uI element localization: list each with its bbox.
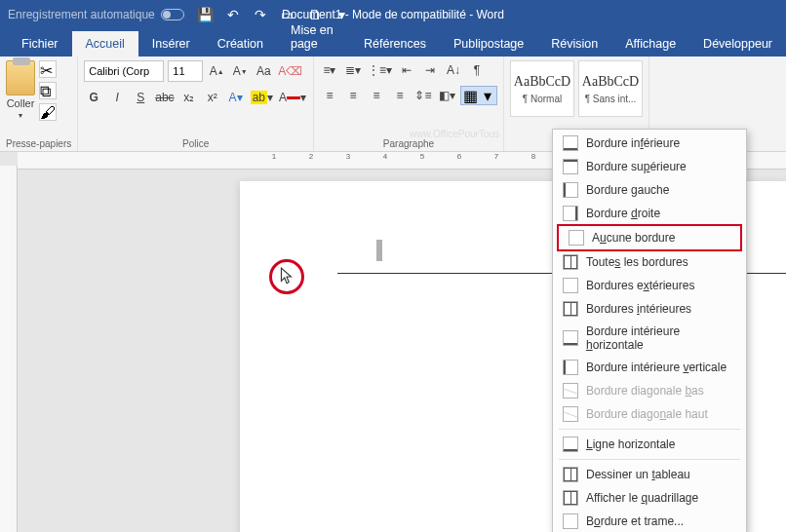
toggle-switch[interactable]	[161, 9, 184, 20]
border-menu-outside[interactable]: Bordures extérieures	[553, 274, 746, 297]
ruler-tick: 6	[441, 152, 478, 161]
tab-affichage[interactable]: Affichage	[611, 31, 689, 57]
border-menu-in-h[interactable]: Bordure intérieure horizontale	[553, 321, 746, 356]
font-color-icon[interactable]: A▾	[278, 88, 307, 107]
ruler-vertical[interactable]	[0, 166, 18, 532]
border-menu-top[interactable]: Bordure supérieure	[553, 155, 746, 178]
border-menu-in-v[interactable]: Bordure intérieure verticale	[553, 356, 746, 379]
undo-icon[interactable]: ↶	[225, 7, 241, 22]
paste-icon	[6, 60, 35, 95]
ruler-tick: 8	[515, 152, 552, 161]
menu-item-label: Aucune bordure	[592, 231, 675, 245]
menu-item-label: Bordures extérieures	[586, 279, 694, 292]
border-menu-bottom[interactable]: Bordure inférieure	[553, 132, 746, 155]
superscript-button[interactable]: x²	[203, 88, 222, 107]
border-type-icon	[563, 437, 578, 452]
line-spacing-icon[interactable]: ⇕≡	[413, 86, 433, 105]
tab-creation[interactable]: Création	[204, 31, 277, 57]
group-font: A▲ A▼ Aa A⌫ G I S abc x₂ x² A▾ ab▾ A▾ Po…	[78, 57, 314, 151]
font-size-select[interactable]	[168, 60, 203, 82]
clear-format-icon[interactable]: A⌫	[277, 61, 303, 81]
border-menu-options[interactable]: Bordure et trame...	[553, 510, 746, 532]
autosave-label: Enregistrement automatique	[8, 8, 155, 21]
shrink-font-icon[interactable]: A▼	[230, 61, 250, 81]
border-menu-grid[interactable]: Afficher le quadrillage	[553, 486, 746, 510]
paste-button[interactable]: Coller ▾	[6, 60, 35, 136]
ruler-tick: 5	[404, 152, 441, 161]
menu-item-label: Bordure supérieure	[586, 160, 687, 173]
ruler-tick: 1	[255, 152, 293, 161]
highlight-icon[interactable]: ab▾	[250, 88, 274, 107]
font-name-select[interactable]	[84, 60, 164, 82]
italic-button[interactable]: I	[107, 88, 127, 107]
sort-icon[interactable]: A↓	[444, 60, 463, 80]
strike-button[interactable]: abc	[154, 88, 175, 107]
border-menu-diag-up: Bordure diagonale haut	[553, 402, 746, 426]
style-label: ¶ Sans int...	[585, 94, 637, 104]
border-menu-all[interactable]: Toutes les bordures	[553, 250, 746, 274]
border-menu-left[interactable]: Bordure gauche	[553, 178, 746, 202]
align-right-icon[interactable]: ≡	[367, 86, 386, 105]
menu-item-label: Bordure et trame...	[586, 514, 684, 528]
border-menu-inside[interactable]: Bordures intérieures	[553, 297, 746, 321]
show-marks-icon[interactable]: ¶	[467, 60, 487, 80]
subscript-button[interactable]: x₂	[179, 88, 199, 107]
tab-accueil[interactable]: Accueil	[72, 31, 138, 57]
border-type-icon	[563, 513, 578, 529]
align-center-icon[interactable]: ≡	[343, 86, 363, 105]
tab-inserer[interactable]: Insérer	[138, 31, 204, 57]
tab-developpeur[interactable]: Développeur	[689, 31, 786, 57]
border-type-icon	[563, 360, 578, 375]
justify-icon[interactable]: ≡	[390, 86, 410, 105]
bullets-icon[interactable]: ≡▾	[320, 60, 339, 80]
text-effects-icon[interactable]: A▾	[226, 88, 246, 107]
bold-button[interactable]: G	[84, 88, 103, 107]
border-menu-hr[interactable]: Ligne horizontale	[553, 433, 746, 456]
multilevel-icon[interactable]: ⋮≡▾	[367, 60, 393, 80]
underline-button[interactable]: S	[131, 88, 150, 107]
menu-item-label: Bordure droite	[586, 207, 660, 220]
border-menu-right[interactable]: Bordure droite	[553, 202, 746, 225]
border-type-icon	[563, 159, 578, 174]
change-case-icon[interactable]: Aa	[254, 61, 273, 81]
border-type-icon	[563, 383, 578, 399]
grow-font-icon[interactable]: A▲	[207, 61, 226, 81]
tab-references[interactable]: Références	[350, 31, 440, 57]
group-clipboard: Coller ▾ ✂ ⧉ 🖌 Presse-papiers	[0, 57, 78, 151]
border-menu-diag-down: Bordure diagonale bas	[553, 379, 746, 402]
tab-revision[interactable]: Révision	[537, 31, 611, 57]
shading-icon[interactable]: ◧▾	[437, 86, 456, 105]
window-title: Document1 - Mode de compatibilité - Word	[282, 8, 504, 21]
cut-icon[interactable]: ✂	[39, 60, 57, 78]
tab-fichier[interactable]: Fichier	[8, 31, 72, 57]
style-normal[interactable]: AaBbCcD ¶ Normal	[510, 60, 574, 117]
mouse-pointer-annotation	[269, 259, 304, 294]
outdent-icon[interactable]: ⇤	[397, 60, 416, 80]
indent-icon[interactable]: ⇥	[420, 60, 440, 80]
border-menu-draw[interactable]: Dessiner un tableau	[553, 463, 746, 486]
numbering-icon[interactable]: ≣▾	[343, 60, 363, 80]
ruler-tick: 3	[330, 152, 367, 161]
redo-icon[interactable]: ↷	[253, 7, 268, 22]
tab-mise-en-page[interactable]: Mise en page	[277, 18, 350, 57]
border-type-icon	[563, 254, 578, 270]
autosave-toggle[interactable]: Enregistrement automatique	[8, 8, 184, 21]
style-no-spacing[interactable]: AaBbCcD ¶ Sans int...	[578, 60, 643, 117]
border-type-icon	[563, 182, 578, 198]
save-icon[interactable]: 💾	[198, 7, 214, 22]
borders-dropdown-menu: Bordure inférieureBordure supérieureBord…	[552, 129, 747, 532]
align-left-icon[interactable]: ≡	[320, 86, 339, 105]
menu-item-label: Bordure diagonale haut	[586, 407, 708, 421]
tab-publipostage[interactable]: Publipostage	[440, 31, 537, 57]
copy-icon[interactable]: ⧉	[39, 82, 57, 99]
menu-separator	[559, 459, 740, 460]
menu-item-label: Ligne horizontale	[586, 437, 675, 451]
borders-icon[interactable]: ▦	[461, 87, 479, 104]
format-painter-icon[interactable]: 🖌	[39, 103, 57, 121]
menu-item-label: Bordures intérieures	[586, 302, 691, 316]
borders-split-button[interactable]: ▦ ▾	[460, 86, 497, 105]
ruler-tick: 2	[293, 152, 330, 161]
group-title-font: Police	[84, 136, 307, 149]
border-menu-none[interactable]: Aucune bordure	[557, 224, 742, 251]
borders-dropdown-icon[interactable]: ▾	[479, 87, 496, 104]
